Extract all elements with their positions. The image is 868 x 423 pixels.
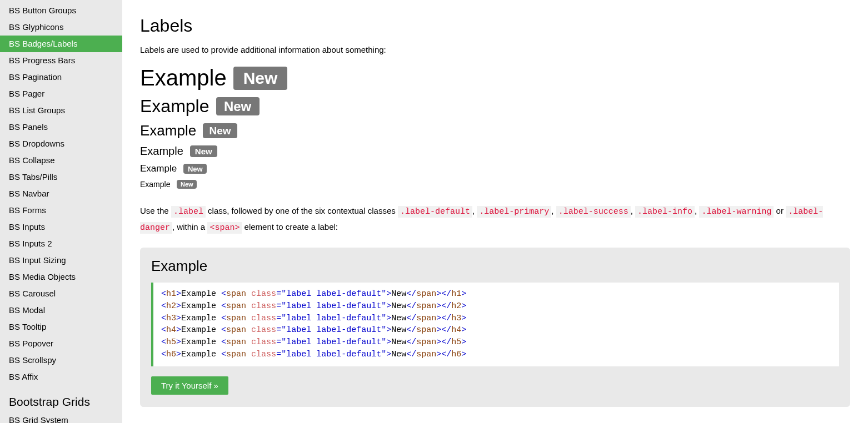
sidebar-item-bs-forms[interactable]: BS Forms [0,202,122,219]
description-text: Use the .label class, followed by one of… [140,203,850,235]
example-text: Example [140,96,209,117]
label-examples: ExampleNewExampleNewExampleNewExampleNew… [140,66,850,189]
code-label-info: .label-info [635,206,695,218]
sidebar-item-bs-dropdowns[interactable]: BS Dropdowns [0,135,122,152]
sidebar-item-bs-navbar[interactable]: BS Navbar [0,185,122,202]
sidebar-item-bs-glyphicons[interactable]: BS Glyphicons [0,19,122,36]
code-label: .label [171,206,206,218]
example-text: Example [140,145,183,158]
sidebar-item-bs-inputs[interactable]: BS Inputs [0,219,122,235]
example-text: Example [140,122,196,139]
sidebar-item-bs-popover[interactable]: BS Popover [0,335,122,352]
label-badge: New [177,180,197,188]
label-badge: New [233,67,288,90]
code-label-default: .label-default [398,206,472,218]
sidebar-item-bs-panels[interactable]: BS Panels [0,119,122,135]
example-h5: ExampleNew [140,163,850,174]
sidebar-item-bs-input-sizing[interactable]: BS Input Sizing [0,252,122,269]
label-badge: New [203,123,237,138]
sidebar-item-bs-pager[interactable]: BS Pager [0,85,122,102]
example-text: Example [140,163,177,174]
sidebar-item-bs-media-objects[interactable]: BS Media Objects [0,269,122,285]
sidebar-item-bs-carousel[interactable]: BS Carousel [0,285,122,302]
code-span-tag: <span> [207,222,242,234]
section-title: Labels [140,16,850,36]
example-h6: ExampleNew [140,180,850,189]
sidebar-item-bs-modal[interactable]: BS Modal [0,302,122,319]
intro-text: Labels are used to provide additional in… [140,45,850,54]
label-badge: New [190,145,217,157]
code-line: <h6>Example <span class="label label-def… [161,349,831,361]
example-text: Example [140,180,170,189]
example-panel: Example <h1>Example <span class="label l… [140,248,850,407]
code-line: <h5>Example <span class="label label-def… [161,336,831,349]
code-block: <h1>Example <span class="label label-def… [151,283,839,366]
label-badge: New [216,97,260,116]
example-h2: ExampleNew [140,96,850,117]
code-label-primary: .label-primary [477,206,551,218]
example-h4: ExampleNew [140,145,850,158]
sidebar-item-bs-progress-bars[interactable]: BS Progress Bars [0,52,122,69]
sidebar-item-bs-button-groups[interactable]: BS Button Groups [0,2,122,19]
code-label-success: .label-success [556,206,631,218]
code-line: <h2>Example <span class="label label-def… [161,300,831,313]
sidebar-item-bs-tooltip[interactable]: BS Tooltip [0,319,122,335]
label-badge: New [183,164,207,174]
sidebar-item-bs-badges-labels[interactable]: BS Badges/Labels [0,36,122,52]
main-content: Labels Labels are used to provide additi… [122,0,868,423]
example-panel-title: Example [151,258,839,275]
example-h1: ExampleNew [140,66,850,90]
example-text: Example [140,66,227,90]
sidebar-section-header-grids: Bootstrap Grids [0,385,122,412]
code-line: <h4>Example <span class="label label-def… [161,324,831,336]
code-line: <h1>Example <span class="label label-def… [161,288,831,300]
code-label-warning: .label-warning [699,206,774,218]
sidebar-item-bs-affix[interactable]: BS Affix [0,369,122,385]
sidebar-item-bs-collapse[interactable]: BS Collapse [0,152,122,169]
sidebar-item-bs-inputs-2[interactable]: BS Inputs 2 [0,235,122,252]
sidebar-item-bs-grid-system[interactable]: BS Grid System [0,412,122,423]
sidebar-item-bs-tabs-pills[interactable]: BS Tabs/Pills [0,169,122,185]
example-h3: ExampleNew [140,122,850,139]
sidebar-item-bs-pagination[interactable]: BS Pagination [0,69,122,85]
code-line: <h3>Example <span class="label label-def… [161,313,831,325]
try-it-yourself-button[interactable]: Try it Yourself » [151,376,228,395]
sidebar-item-bs-scrollspy[interactable]: BS Scrollspy [0,352,122,369]
sidebar-item-bs-list-groups[interactable]: BS List Groups [0,102,122,119]
sidebar: BS Button GroupsBS GlyphiconsBS Badges/L… [0,0,122,423]
